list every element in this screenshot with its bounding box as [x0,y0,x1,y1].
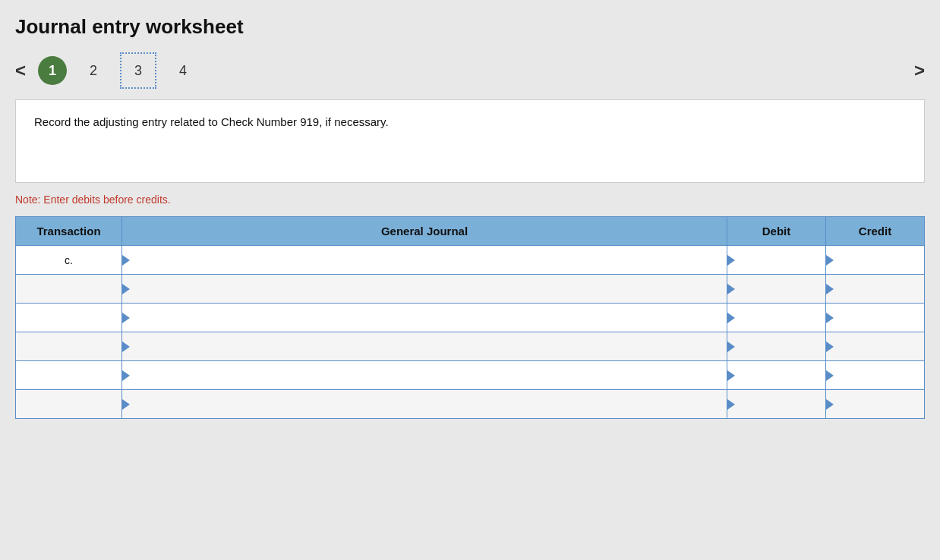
transaction-cell-5 [16,361,122,390]
debit-cell-3[interactable] [727,304,826,332]
table-row [16,275,925,304]
transaction-cell-2 [16,275,122,304]
next-arrow[interactable]: > [914,60,925,81]
table-row [16,390,925,419]
general-journal-cell-6[interactable] [122,390,727,419]
credit-input-4[interactable] [826,332,924,360]
instruction-box: Record the adjusting entry related to Ch… [15,99,925,183]
page-title: Journal entry worksheet [15,15,925,39]
general-journal-input-6[interactable] [122,390,727,418]
table-header-row: Transaction General Journal Debit Credit [16,217,925,246]
note-text: Note: Enter debits before credits. [15,193,925,206]
general-journal-input-2[interactable] [122,275,727,303]
header-credit: Credit [826,217,925,246]
credit-input-5[interactable] [826,361,924,389]
credit-cell-4[interactable] [826,332,925,361]
credit-input-3[interactable] [826,304,924,332]
transaction-cell-1: c. [16,246,122,275]
general-journal-input-4[interactable] [122,332,727,360]
general-journal-cell-3[interactable] [122,304,727,332]
transaction-cell-6 [16,390,122,419]
step-3-dotted[interactable]: 3 [120,52,156,89]
table-row [16,304,925,332]
credit-cell-6[interactable] [826,390,925,419]
transaction-cell-4 [16,332,122,361]
debit-cell-2[interactable] [727,275,826,304]
general-journal-cell-2[interactable] [122,275,727,304]
general-journal-input-1[interactable] [122,246,727,274]
step-2[interactable]: 2 [79,56,108,85]
general-journal-input-5[interactable] [122,361,727,389]
debit-input-4[interactable] [727,332,825,360]
table-row: c. [16,246,925,275]
debit-cell-1[interactable] [727,246,826,275]
credit-cell-2[interactable] [826,275,925,304]
debit-input-6[interactable] [727,390,825,418]
navigation-row: < 1 2 3 4 > [15,52,925,89]
credit-input-6[interactable] [826,390,924,418]
debit-input-5[interactable] [727,361,825,389]
credit-input-1[interactable] [826,246,924,274]
general-journal-cell-5[interactable] [122,361,727,390]
transaction-cell-3 [16,304,122,332]
general-journal-input-3[interactable] [122,304,727,332]
instruction-text: Record the adjusting entry related to Ch… [34,115,389,128]
debit-cell-5[interactable] [727,361,826,390]
step-4[interactable]: 4 [169,56,197,85]
general-journal-cell-4[interactable] [122,332,727,361]
debit-input-2[interactable] [727,275,825,303]
debit-cell-4[interactable] [727,332,826,361]
step-1-active[interactable]: 1 [38,56,67,85]
prev-arrow[interactable]: < [15,60,26,81]
debit-cell-6[interactable] [727,390,826,419]
debit-input-1[interactable] [727,246,825,274]
header-general-journal: General Journal [122,217,727,246]
credit-cell-1[interactable] [826,246,925,275]
table-row [16,332,925,361]
credit-cell-5[interactable] [826,361,925,390]
journal-table: Transaction General Journal Debit Credit… [15,216,925,419]
table-row [16,361,925,390]
general-journal-cell-1[interactable] [122,246,727,275]
debit-input-3[interactable] [727,304,825,332]
header-transaction: Transaction [16,217,122,246]
header-debit: Debit [727,217,826,246]
credit-input-2[interactable] [826,275,924,303]
credit-cell-3[interactable] [826,304,925,332]
